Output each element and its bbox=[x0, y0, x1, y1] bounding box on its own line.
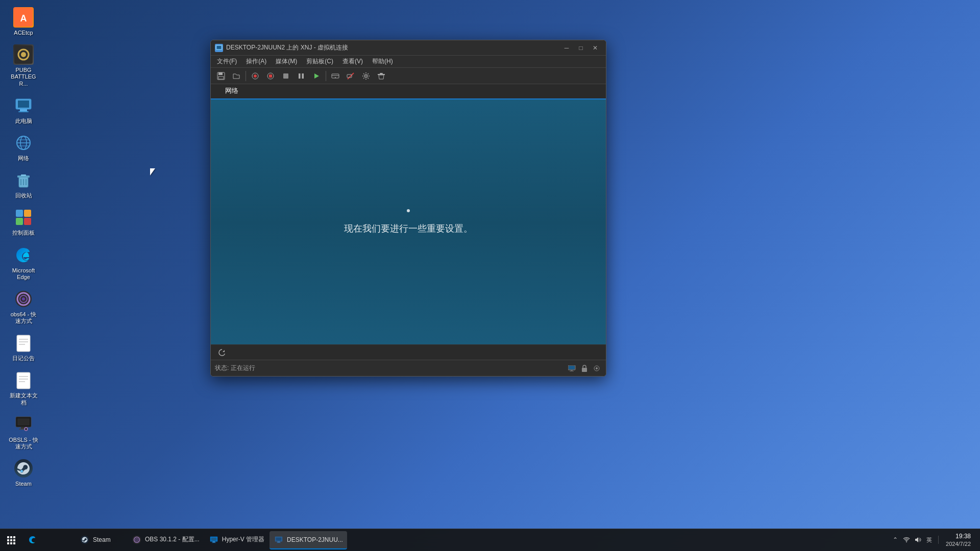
window-controls: ─ □ ✕ bbox=[560, 43, 602, 53]
svg-point-61 bbox=[335, 77, 336, 78]
desktop-icon-acetcp[interactable]: A ACEtcp bbox=[5, 5, 42, 38]
taskbar-steam[interactable]: Steam bbox=[76, 531, 127, 549]
taskbar-vm[interactable]: DESKTOP-2JNUU... bbox=[270, 531, 347, 549]
toolbar-sep-2 bbox=[326, 71, 326, 81]
svg-marker-66 bbox=[223, 350, 225, 352]
toolbar-open-btn[interactable] bbox=[229, 69, 243, 83]
desktop-icon-edge[interactable]: MicrosoftEdge bbox=[5, 243, 42, 283]
note2-icon bbox=[13, 370, 34, 390]
close-button[interactable]: ✕ bbox=[589, 43, 602, 53]
svg-rect-6 bbox=[18, 101, 29, 108]
minimize-button[interactable]: ─ bbox=[560, 43, 573, 53]
computer-label: 此电脑 bbox=[15, 118, 32, 124]
tray-language-icon[interactable]: 英 bbox=[924, 535, 934, 545]
menu-clipboard[interactable]: 剪贴板(C) bbox=[302, 56, 337, 67]
system-clock[interactable]: 19:38 2024/7/22 bbox=[943, 532, 974, 549]
toolbar-disconnect-btn[interactable] bbox=[344, 69, 358, 83]
svg-rect-85 bbox=[277, 541, 280, 542]
svg-rect-8 bbox=[18, 111, 29, 112]
window-bottom-toolbar bbox=[211, 344, 606, 360]
svg-rect-54 bbox=[269, 74, 272, 78]
menu-file[interactable]: 文件(F) bbox=[213, 56, 241, 67]
svg-text:A: A bbox=[20, 13, 27, 23]
svg-rect-7 bbox=[20, 109, 27, 111]
note2-label: 新建文本文档 bbox=[7, 392, 40, 406]
steam-desktop-icon bbox=[13, 458, 34, 479]
obs64-label: obs64 - 快速方式 bbox=[11, 311, 37, 324]
start-button[interactable] bbox=[2, 531, 20, 549]
desktop-icon-computer[interactable]: 此电脑 bbox=[5, 93, 42, 127]
desktop-icon-recycle[interactable]: 回收站 bbox=[5, 168, 42, 201]
maximize-button[interactable]: □ bbox=[574, 43, 587, 53]
svg-rect-20 bbox=[16, 210, 23, 217]
window-toolbar bbox=[211, 68, 606, 84]
desktop-icon-pubg[interactable]: PUBGBATTLEGR... bbox=[5, 42, 42, 89]
recycle-icon bbox=[13, 170, 34, 190]
toolbar-refresh-btn[interactable] bbox=[215, 346, 229, 359]
desktop-icon-network[interactable]: 网络 bbox=[5, 131, 42, 164]
toolbar-stop-red-btn[interactable] bbox=[263, 69, 278, 83]
menu-view[interactable]: 查看(V) bbox=[338, 56, 367, 67]
svg-rect-80 bbox=[211, 537, 216, 540]
obsls-icon bbox=[13, 414, 34, 435]
svg-rect-68 bbox=[569, 366, 575, 369]
desktop-icon-note2[interactable]: 新建文本文档 bbox=[5, 368, 42, 408]
taskbar-vm-icon bbox=[274, 535, 284, 545]
toolbar-stop-gray-btn[interactable] bbox=[279, 69, 293, 83]
status-icons bbox=[567, 363, 602, 373]
taskbar-edge[interactable] bbox=[23, 531, 75, 549]
menu-action[interactable]: 操作(A) bbox=[242, 56, 271, 67]
toolbar-settings-btn[interactable] bbox=[359, 69, 373, 83]
menu-help[interactable]: 帮助(H) bbox=[368, 56, 397, 67]
pubg-icon bbox=[13, 44, 34, 65]
toolbar-pause-btn[interactable] bbox=[294, 69, 308, 83]
system-tray-icons: ⌃ bbox=[890, 535, 934, 545]
svg-rect-65 bbox=[380, 73, 383, 74]
menu-media[interactable]: 媒体(M) bbox=[272, 56, 301, 67]
taskbar: Steam OBS 30.1.2 - 配置... bbox=[0, 529, 980, 551]
obsls-label: OBSLS - 快速方式 bbox=[9, 437, 38, 450]
svg-rect-71 bbox=[582, 368, 587, 372]
svg-point-52 bbox=[254, 74, 257, 78]
edge-icon bbox=[13, 245, 34, 265]
taskbar-obs-icon bbox=[132, 535, 142, 545]
taskbar-obs-label: OBS 30.1.2 - 配置... bbox=[145, 535, 200, 544]
svg-rect-21 bbox=[24, 210, 31, 217]
status-icon-1 bbox=[567, 363, 577, 373]
window-content-area[interactable]: 现在我们要进行一些重要设置。 bbox=[211, 99, 606, 344]
acetcp-label: ACEtcp bbox=[14, 30, 33, 36]
recycle-label: 回收站 bbox=[15, 192, 32, 199]
control-panel-icon bbox=[13, 207, 34, 228]
desktop-icon-steam[interactable]: Steam bbox=[5, 456, 42, 489]
tab-network[interactable]: 网络 bbox=[215, 83, 249, 99]
svg-rect-55 bbox=[283, 73, 288, 79]
svg-rect-32 bbox=[17, 372, 30, 389]
svg-point-87 bbox=[906, 541, 907, 542]
tray-network-icon[interactable] bbox=[901, 535, 912, 545]
taskbar-hyperv[interactable]: Hyper-V 管理器 bbox=[205, 531, 268, 549]
window-tabbar: 网络 bbox=[211, 84, 606, 99]
note1-icon bbox=[13, 333, 34, 353]
svg-point-78 bbox=[136, 539, 137, 540]
desktop-icon-obs64[interactable]: obs64 - 快速方式 bbox=[5, 287, 42, 327]
svg-rect-49 bbox=[218, 72, 223, 75]
network-icon bbox=[13, 133, 34, 153]
svg-rect-70 bbox=[570, 371, 574, 371]
taskbar-hyperv-icon bbox=[209, 535, 219, 545]
desktop-icon-note1[interactable]: 日记公告 bbox=[5, 331, 42, 364]
mouse-cursor bbox=[150, 168, 156, 174]
control-panel-label: 控制面板 bbox=[12, 230, 35, 236]
tray-speaker-icon[interactable] bbox=[913, 535, 923, 545]
toolbar-record-btn[interactable] bbox=[248, 69, 262, 83]
toolbar-connect-btn[interactable] bbox=[328, 69, 342, 83]
tray-expand-icon[interactable]: ⌃ bbox=[890, 535, 900, 545]
toolbar-delete-btn[interactable] bbox=[374, 69, 388, 83]
desktop-icon-obsls[interactable]: OBSLS - 快速方式 bbox=[5, 412, 42, 452]
taskbar-obs[interactable]: OBS 30.1.2 - 配置... bbox=[128, 531, 204, 549]
desktop-icon-control-panel[interactable]: 控制面板 bbox=[5, 205, 42, 238]
toolbar-play-btn[interactable] bbox=[309, 69, 324, 83]
edge-label: MicrosoftEdge bbox=[12, 267, 35, 281]
toolbar-save-btn[interactable] bbox=[214, 69, 228, 83]
taskbar-steam-icon bbox=[80, 535, 90, 545]
status-icon-lock bbox=[579, 363, 590, 373]
